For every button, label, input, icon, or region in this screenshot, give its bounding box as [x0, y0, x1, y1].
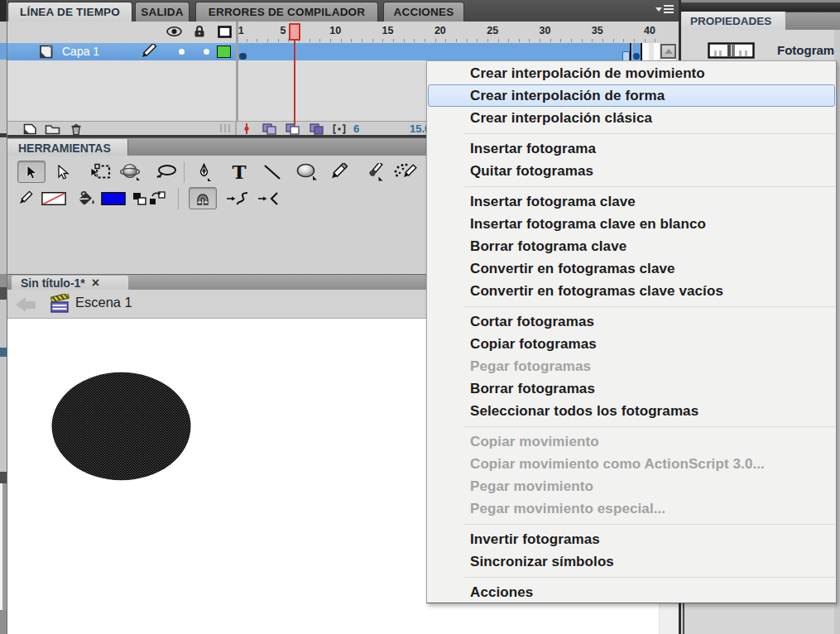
menu-separator [427, 129, 836, 137]
menu-item-borrar-fotogramas[interactable]: Borrar fotogramas [427, 377, 836, 400]
edit-multiple-frames-icon[interactable] [310, 123, 324, 135]
document-close-icon[interactable]: × [92, 276, 99, 290]
tab-propiedades[interactable]: PROPIEDADES [682, 12, 785, 30]
lasso-tool-icon[interactable] [154, 161, 179, 183]
menu-separator [427, 182, 836, 190]
ruler-tick [267, 39, 268, 42]
new-folder-icon[interactable] [45, 123, 60, 135]
left-strip-segment [0, 287, 7, 300]
back-arrow-icon[interactable] [16, 297, 44, 312]
ruler-frame-number: 20 [434, 25, 446, 36]
ruler-tick [257, 39, 257, 42]
text-tool-icon[interactable]: T [227, 161, 252, 183]
onion-skin-outlines-icon[interactable] [286, 123, 300, 135]
menu-item-seleccionar-todos-los-fotogramas[interactable]: Seleccionar todos los fotogramas [427, 400, 836, 422]
ruler-frame-number: 15 [382, 25, 394, 36]
onion-skin-icon[interactable] [262, 123, 277, 135]
frame-context-menu: Crear interpolación de movimientoCrear i… [426, 60, 837, 603]
layer-outline-color-swatch[interactable] [217, 46, 231, 58]
layers-empty-area [7, 60, 236, 121]
deco-tool-icon[interactable] [393, 161, 418, 183]
frame-row-capa1[interactable] [238, 43, 679, 60]
statusbar-grip[interactable] [220, 124, 232, 132]
selected-oval-shape[interactable] [51, 372, 191, 481]
ruler-tick [519, 39, 520, 42]
menu-item-quitar-fotogramas[interactable]: Quitar fotogramas [427, 160, 836, 182]
document-tab[interactable]: Sin título-1* × [12, 276, 128, 291]
layer-row-capa1[interactable]: Capa 1 [7, 43, 236, 60]
menu-item-crear-interpolaci-n-de-movimiento[interactable]: Crear interpolación de movimiento [427, 62, 836, 84]
menu-item-insertar-fotograma-clave[interactable]: Insertar fotograma clave [427, 190, 836, 213]
oval-tool-icon[interactable] [295, 161, 319, 183]
ruler-tick [571, 39, 572, 42]
tab-linea-de-tiempo[interactable]: LÍNEA DE TIEMPO [7, 2, 132, 22]
free-transform-tool-icon[interactable] [89, 161, 113, 183]
snap-to-objects-icon[interactable] [189, 187, 217, 209]
selection-tool-icon[interactable] [17, 161, 46, 183]
left-strip-segment [0, 0, 7, 22]
menu-item-borrar-fotograma-clave[interactable]: Borrar fotograma clave [427, 235, 836, 257]
line-tool-icon[interactable] [260, 161, 285, 183]
ruler-tick [310, 39, 310, 42]
modify-markers-icon[interactable] [333, 124, 346, 134]
center-frame-icon[interactable] [243, 123, 250, 134]
left-strip-segment [0, 472, 7, 483]
3d-rotation-tool-icon[interactable] [118, 161, 143, 183]
brush-tool-icon[interactable] [361, 161, 386, 183]
tab-errores-de-compilador[interactable]: ERRORES DE COMPILADOR [195, 2, 378, 22]
pen-tool-icon[interactable] [191, 161, 216, 183]
ruler-tick [414, 39, 415, 42]
menu-item-acciones[interactable]: Acciones [427, 581, 836, 603]
fill-color-swatch[interactable] [101, 187, 126, 209]
menu-item-convertir-en-fotogramas-clave[interactable]: Convertir en fotogramas clave [427, 257, 836, 280]
menu-item-pegar-movimiento: Pegar movimiento [427, 475, 836, 497]
flash-application: LÍNEA DE TIEMPO SALIDA ERRORES DE COMPIL… [0, 0, 840, 634]
straighten-icon[interactable] [257, 187, 281, 209]
scene-name[interactable]: Escena 1 [75, 295, 132, 310]
layer-name[interactable]: Capa 1 [62, 45, 99, 58]
menu-item-cortar-fotogramas[interactable]: Cortar fotogramas [427, 310, 836, 333]
timeline-vscroll-up-button[interactable] [660, 44, 676, 59]
playhead-line [294, 40, 296, 124]
stroke-color-pencil-icon[interactable] [12, 187, 37, 209]
playhead-handle[interactable] [289, 23, 300, 41]
menu-item-pegar-movimiento-especial: Pegar movimiento especial... [427, 497, 836, 520]
properties-top-bar [681, 2, 840, 12]
ruler-tick [540, 39, 540, 42]
tab-salida[interactable]: SALIDA [135, 2, 190, 22]
frame-span-selected[interactable] [238, 43, 631, 60]
menu-item-convertir-en-fotogramas-clave-vac-os[interactable]: Convertir en fotogramas clave vacíos [427, 280, 836, 302]
left-strip-segment [0, 300, 7, 348]
current-frame-value[interactable]: 6 [353, 122, 359, 136]
menu-item-sincronizar-s-mbolos[interactable]: Sincronizar símbolos [427, 550, 836, 573]
tab-acciones[interactable]: ACCIONES [383, 2, 464, 22]
menu-item-crear-interpolaci-n-de-forma[interactable]: Crear interpolación de forma [427, 84, 836, 107]
menu-item-copiar-fotogramas[interactable]: Copiar fotogramas [427, 333, 836, 355]
layer-visible-dot[interactable] [179, 49, 185, 55]
keyframe-dot-frame39[interactable] [633, 53, 641, 60]
subselection-tool-icon[interactable] [50, 161, 75, 183]
ruler-frame-number: 40 [644, 25, 655, 36]
panel-menu-icon[interactable] [655, 3, 675, 15]
menu-item-invertir-fotogramas[interactable]: Invertir fotogramas [427, 528, 836, 550]
new-layer-icon[interactable] [23, 123, 37, 135]
pencil-tool-icon[interactable] [325, 161, 350, 183]
fill-color-bucket-icon[interactable] [74, 187, 98, 209]
keyframe-dot-frame1[interactable] [239, 53, 247, 60]
smooth-icon[interactable] [226, 187, 251, 209]
stroke-color-none-swatch[interactable] [41, 187, 66, 209]
eye-icon[interactable] [166, 26, 182, 37]
ruler-tick [529, 39, 530, 42]
layer-lock-dot[interactable] [204, 49, 209, 55]
ruler-frame-number: 1 [238, 25, 244, 36]
swap-colors-icon[interactable] [145, 187, 170, 209]
ruler-tick [382, 39, 383, 42]
delete-layer-icon[interactable] [70, 123, 83, 136]
document-tab-label: Sin título-1* [21, 276, 85, 290]
tab-herramientas[interactable]: HERRAMIENTAS [7, 139, 128, 156]
menu-item-insertar-fotograma-clave-en-blanco[interactable]: Insertar fotograma clave en blanco [427, 213, 836, 235]
menu-item-insertar-fotograma[interactable]: Insertar fotograma [427, 137, 836, 160]
menu-item-crear-interpolaci-n-cl-sica[interactable]: Crear interpolación clásica [427, 107, 836, 129]
lock-icon[interactable] [193, 25, 206, 38]
outline-square-icon[interactable] [218, 26, 232, 38]
